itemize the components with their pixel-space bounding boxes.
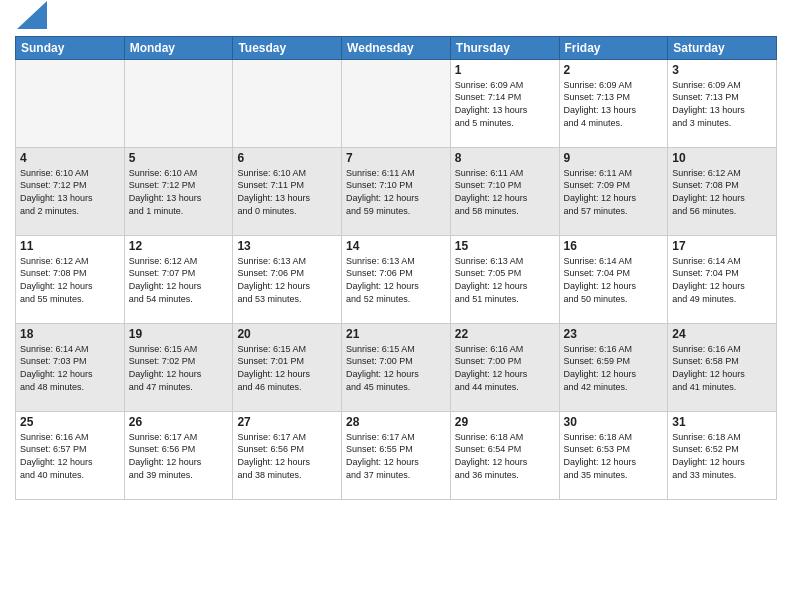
- calendar-cell: 3Sunrise: 6:09 AMSunset: 7:13 PMDaylight…: [668, 59, 777, 147]
- day-number: 10: [672, 151, 772, 165]
- day-number: 7: [346, 151, 446, 165]
- day-number: 14: [346, 239, 446, 253]
- day-number: 30: [564, 415, 664, 429]
- day-number: 12: [129, 239, 229, 253]
- weekday-header-saturday: Saturday: [668, 36, 777, 59]
- calendar-cell: 19Sunrise: 6:15 AMSunset: 7:02 PMDayligh…: [124, 323, 233, 411]
- calendar-cell: 31Sunrise: 6:18 AMSunset: 6:52 PMDayligh…: [668, 411, 777, 499]
- calendar-cell: 26Sunrise: 6:17 AMSunset: 6:56 PMDayligh…: [124, 411, 233, 499]
- day-number: 17: [672, 239, 772, 253]
- day-info: Sunrise: 6:15 AMSunset: 7:01 PMDaylight:…: [237, 343, 337, 393]
- calendar-cell: 8Sunrise: 6:11 AMSunset: 7:10 PMDaylight…: [450, 147, 559, 235]
- day-number: 27: [237, 415, 337, 429]
- day-info: Sunrise: 6:12 AMSunset: 7:07 PMDaylight:…: [129, 255, 229, 305]
- calendar-cell: 30Sunrise: 6:18 AMSunset: 6:53 PMDayligh…: [559, 411, 668, 499]
- day-info: Sunrise: 6:13 AMSunset: 7:06 PMDaylight:…: [346, 255, 446, 305]
- day-info: Sunrise: 6:11 AMSunset: 7:10 PMDaylight:…: [455, 167, 555, 217]
- logo-icon: [17, 1, 47, 29]
- day-info: Sunrise: 6:09 AMSunset: 7:14 PMDaylight:…: [455, 79, 555, 129]
- calendar-cell: 10Sunrise: 6:12 AMSunset: 7:08 PMDayligh…: [668, 147, 777, 235]
- calendar-cell: 22Sunrise: 6:16 AMSunset: 7:00 PMDayligh…: [450, 323, 559, 411]
- day-number: 3: [672, 63, 772, 77]
- day-info: Sunrise: 6:09 AMSunset: 7:13 PMDaylight:…: [672, 79, 772, 129]
- day-info: Sunrise: 6:12 AMSunset: 7:08 PMDaylight:…: [20, 255, 120, 305]
- week-row-3: 11Sunrise: 6:12 AMSunset: 7:08 PMDayligh…: [16, 235, 777, 323]
- day-number: 13: [237, 239, 337, 253]
- page: SundayMondayTuesdayWednesdayThursdayFrid…: [0, 0, 792, 612]
- calendar-cell: 11Sunrise: 6:12 AMSunset: 7:08 PMDayligh…: [16, 235, 125, 323]
- day-info: Sunrise: 6:18 AMSunset: 6:52 PMDaylight:…: [672, 431, 772, 481]
- day-number: 19: [129, 327, 229, 341]
- day-info: Sunrise: 6:16 AMSunset: 6:57 PMDaylight:…: [20, 431, 120, 481]
- weekday-header-row: SundayMondayTuesdayWednesdayThursdayFrid…: [16, 36, 777, 59]
- day-info: Sunrise: 6:12 AMSunset: 7:08 PMDaylight:…: [672, 167, 772, 217]
- day-number: 8: [455, 151, 555, 165]
- day-number: 20: [237, 327, 337, 341]
- day-info: Sunrise: 6:10 AMSunset: 7:12 PMDaylight:…: [129, 167, 229, 217]
- day-info: Sunrise: 6:14 AMSunset: 7:03 PMDaylight:…: [20, 343, 120, 393]
- day-number: 28: [346, 415, 446, 429]
- calendar-cell: 21Sunrise: 6:15 AMSunset: 7:00 PMDayligh…: [342, 323, 451, 411]
- calendar-cell: 16Sunrise: 6:14 AMSunset: 7:04 PMDayligh…: [559, 235, 668, 323]
- day-info: Sunrise: 6:17 AMSunset: 6:56 PMDaylight:…: [129, 431, 229, 481]
- day-info: Sunrise: 6:13 AMSunset: 7:06 PMDaylight:…: [237, 255, 337, 305]
- calendar-cell: [16, 59, 125, 147]
- week-row-1: 1Sunrise: 6:09 AMSunset: 7:14 PMDaylight…: [16, 59, 777, 147]
- day-number: 24: [672, 327, 772, 341]
- day-info: Sunrise: 6:14 AMSunset: 7:04 PMDaylight:…: [564, 255, 664, 305]
- calendar-cell: 5Sunrise: 6:10 AMSunset: 7:12 PMDaylight…: [124, 147, 233, 235]
- calendar-cell: 17Sunrise: 6:14 AMSunset: 7:04 PMDayligh…: [668, 235, 777, 323]
- day-info: Sunrise: 6:09 AMSunset: 7:13 PMDaylight:…: [564, 79, 664, 129]
- day-number: 11: [20, 239, 120, 253]
- calendar-cell: 9Sunrise: 6:11 AMSunset: 7:09 PMDaylight…: [559, 147, 668, 235]
- calendar-cell: 7Sunrise: 6:11 AMSunset: 7:10 PMDaylight…: [342, 147, 451, 235]
- weekday-header-wednesday: Wednesday: [342, 36, 451, 59]
- day-info: Sunrise: 6:15 AMSunset: 7:02 PMDaylight:…: [129, 343, 229, 393]
- day-number: 26: [129, 415, 229, 429]
- calendar-cell: 27Sunrise: 6:17 AMSunset: 6:56 PMDayligh…: [233, 411, 342, 499]
- calendar-cell: 14Sunrise: 6:13 AMSunset: 7:06 PMDayligh…: [342, 235, 451, 323]
- calendar-cell: 18Sunrise: 6:14 AMSunset: 7:03 PMDayligh…: [16, 323, 125, 411]
- calendar-cell: [342, 59, 451, 147]
- day-info: Sunrise: 6:16 AMSunset: 7:00 PMDaylight:…: [455, 343, 555, 393]
- day-number: 23: [564, 327, 664, 341]
- day-number: 15: [455, 239, 555, 253]
- calendar-cell: 12Sunrise: 6:12 AMSunset: 7:07 PMDayligh…: [124, 235, 233, 323]
- day-info: Sunrise: 6:13 AMSunset: 7:05 PMDaylight:…: [455, 255, 555, 305]
- day-number: 29: [455, 415, 555, 429]
- day-number: 18: [20, 327, 120, 341]
- calendar-cell: [124, 59, 233, 147]
- weekday-header-tuesday: Tuesday: [233, 36, 342, 59]
- calendar-cell: 13Sunrise: 6:13 AMSunset: 7:06 PMDayligh…: [233, 235, 342, 323]
- day-info: Sunrise: 6:18 AMSunset: 6:53 PMDaylight:…: [564, 431, 664, 481]
- calendar-cell: 15Sunrise: 6:13 AMSunset: 7:05 PMDayligh…: [450, 235, 559, 323]
- day-number: 4: [20, 151, 120, 165]
- svg-marker-0: [17, 1, 47, 29]
- weekday-header-friday: Friday: [559, 36, 668, 59]
- day-number: 22: [455, 327, 555, 341]
- week-row-2: 4Sunrise: 6:10 AMSunset: 7:12 PMDaylight…: [16, 147, 777, 235]
- calendar-cell: 1Sunrise: 6:09 AMSunset: 7:14 PMDaylight…: [450, 59, 559, 147]
- calendar-cell: 25Sunrise: 6:16 AMSunset: 6:57 PMDayligh…: [16, 411, 125, 499]
- weekday-header-monday: Monday: [124, 36, 233, 59]
- calendar: SundayMondayTuesdayWednesdayThursdayFrid…: [15, 36, 777, 500]
- calendar-cell: 4Sunrise: 6:10 AMSunset: 7:12 PMDaylight…: [16, 147, 125, 235]
- day-info: Sunrise: 6:11 AMSunset: 7:09 PMDaylight:…: [564, 167, 664, 217]
- calendar-cell: 23Sunrise: 6:16 AMSunset: 6:59 PMDayligh…: [559, 323, 668, 411]
- day-number: 21: [346, 327, 446, 341]
- header: [15, 10, 777, 30]
- logo: [15, 10, 47, 30]
- day-number: 31: [672, 415, 772, 429]
- day-number: 6: [237, 151, 337, 165]
- week-row-5: 25Sunrise: 6:16 AMSunset: 6:57 PMDayligh…: [16, 411, 777, 499]
- day-info: Sunrise: 6:17 AMSunset: 6:55 PMDaylight:…: [346, 431, 446, 481]
- calendar-cell: 24Sunrise: 6:16 AMSunset: 6:58 PMDayligh…: [668, 323, 777, 411]
- day-number: 2: [564, 63, 664, 77]
- weekday-header-sunday: Sunday: [16, 36, 125, 59]
- week-row-4: 18Sunrise: 6:14 AMSunset: 7:03 PMDayligh…: [16, 323, 777, 411]
- day-info: Sunrise: 6:16 AMSunset: 6:58 PMDaylight:…: [672, 343, 772, 393]
- calendar-cell: 20Sunrise: 6:15 AMSunset: 7:01 PMDayligh…: [233, 323, 342, 411]
- day-info: Sunrise: 6:14 AMSunset: 7:04 PMDaylight:…: [672, 255, 772, 305]
- day-info: Sunrise: 6:15 AMSunset: 7:00 PMDaylight:…: [346, 343, 446, 393]
- calendar-cell: 28Sunrise: 6:17 AMSunset: 6:55 PMDayligh…: [342, 411, 451, 499]
